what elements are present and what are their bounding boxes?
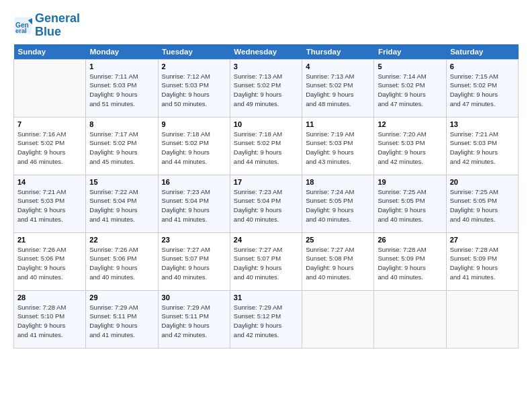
- calendar-cell: 26Sunrise: 7:28 AMSunset: 5:09 PMDayligh…: [374, 232, 446, 290]
- day-number: 19: [378, 178, 442, 186]
- calendar-week-row: 1Sunrise: 7:11 AMSunset: 5:03 PMDaylight…: [14, 59, 519, 117]
- day-info: Sunrise: 7:13 AMSunset: 5:02 PMDaylight:…: [234, 72, 298, 109]
- calendar-cell: 1Sunrise: 7:11 AMSunset: 5:03 PMDaylight…: [86, 59, 158, 117]
- day-number: 8: [89, 120, 154, 128]
- calendar-cell: 19Sunrise: 7:25 AMSunset: 5:05 PMDayligh…: [374, 175, 446, 232]
- page-header: Gen eral General Blue: [13, 12, 519, 39]
- day-info: Sunrise: 7:29 AMSunset: 5:12 PMDaylight:…: [234, 303, 298, 340]
- calendar-cell: 27Sunrise: 7:28 AMSunset: 5:09 PMDayligh…: [446, 232, 518, 290]
- calendar-cell: [446, 290, 518, 348]
- day-info: Sunrise: 7:27 AMSunset: 5:08 PMDaylight:…: [306, 245, 370, 282]
- calendar-week-row: 21Sunrise: 7:26 AMSunset: 5:06 PMDayligh…: [14, 232, 519, 290]
- day-number: 25: [306, 236, 370, 244]
- logo-text: General Blue: [35, 12, 80, 39]
- day-number: 28: [17, 293, 82, 302]
- calendar-cell: 30Sunrise: 7:29 AMSunset: 5:11 PMDayligh…: [158, 290, 230, 348]
- day-info: Sunrise: 7:16 AMSunset: 5:02 PMDaylight:…: [17, 130, 82, 167]
- day-number: 20: [450, 178, 515, 186]
- day-info: Sunrise: 7:26 AMSunset: 5:06 PMDaylight:…: [89, 245, 154, 282]
- calendar-page: Gen eral General Blue SundayMondayTuesda…: [0, 0, 532, 411]
- calendar-cell: 16Sunrise: 7:23 AMSunset: 5:04 PMDayligh…: [158, 175, 230, 232]
- calendar-cell: 12Sunrise: 7:20 AMSunset: 5:03 PMDayligh…: [374, 117, 446, 175]
- day-number: 9: [162, 120, 226, 128]
- day-info: Sunrise: 7:26 AMSunset: 5:06 PMDaylight:…: [17, 245, 82, 282]
- calendar-cell: 18Sunrise: 7:24 AMSunset: 5:05 PMDayligh…: [302, 175, 374, 232]
- calendar-cell: 31Sunrise: 7:29 AMSunset: 5:12 PMDayligh…: [230, 290, 302, 348]
- calendar-cell: 4Sunrise: 7:13 AMSunset: 5:02 PMDaylight…: [302, 59, 374, 117]
- day-info: Sunrise: 7:21 AMSunset: 5:03 PMDaylight:…: [17, 187, 82, 224]
- day-info: Sunrise: 7:27 AMSunset: 5:07 PMDaylight:…: [162, 245, 226, 282]
- calendar-cell: 17Sunrise: 7:23 AMSunset: 5:04 PMDayligh…: [230, 175, 302, 232]
- calendar-cell: 3Sunrise: 7:13 AMSunset: 5:02 PMDaylight…: [230, 59, 302, 117]
- day-number: 5: [378, 62, 442, 71]
- calendar-cell: 25Sunrise: 7:27 AMSunset: 5:08 PMDayligh…: [302, 232, 374, 290]
- day-number: 11: [306, 120, 370, 128]
- day-info: Sunrise: 7:14 AMSunset: 5:02 PMDaylight:…: [378, 72, 442, 109]
- day-info: Sunrise: 7:20 AMSunset: 5:03 PMDaylight:…: [378, 130, 442, 167]
- calendar-cell: 21Sunrise: 7:26 AMSunset: 5:06 PMDayligh…: [14, 232, 86, 290]
- header-sunday: Sunday: [14, 44, 86, 60]
- svg-text:eral: eral: [15, 28, 27, 34]
- day-info: Sunrise: 7:18 AMSunset: 5:02 PMDaylight:…: [234, 130, 298, 167]
- calendar-cell: 15Sunrise: 7:22 AMSunset: 5:04 PMDayligh…: [86, 175, 158, 232]
- day-info: Sunrise: 7:29 AMSunset: 5:11 PMDaylight:…: [89, 303, 154, 340]
- day-number: 26: [378, 236, 442, 244]
- day-info: Sunrise: 7:18 AMSunset: 5:02 PMDaylight:…: [162, 130, 226, 167]
- calendar-week-row: 7Sunrise: 7:16 AMSunset: 5:02 PMDaylight…: [14, 117, 519, 175]
- logo: Gen eral General Blue: [13, 12, 80, 39]
- calendar-week-row: 28Sunrise: 7:28 AMSunset: 5:10 PMDayligh…: [14, 290, 519, 348]
- day-number: 16: [162, 178, 226, 186]
- day-info: Sunrise: 7:28 AMSunset: 5:10 PMDaylight:…: [17, 303, 82, 340]
- header-wednesday: Wednesday: [230, 44, 302, 60]
- day-info: Sunrise: 7:15 AMSunset: 5:02 PMDaylight:…: [450, 72, 515, 109]
- calendar-cell: 22Sunrise: 7:26 AMSunset: 5:06 PMDayligh…: [86, 232, 158, 290]
- day-info: Sunrise: 7:19 AMSunset: 5:03 PMDaylight:…: [306, 130, 370, 167]
- day-number: 24: [234, 236, 298, 244]
- calendar-cell: 9Sunrise: 7:18 AMSunset: 5:02 PMDaylight…: [158, 117, 230, 175]
- day-info: Sunrise: 7:12 AMSunset: 5:03 PMDaylight:…: [162, 72, 226, 109]
- day-info: Sunrise: 7:25 AMSunset: 5:05 PMDaylight:…: [450, 187, 515, 224]
- day-number: 13: [450, 120, 515, 128]
- header-monday: Monday: [86, 44, 158, 60]
- header-saturday: Saturday: [446, 44, 518, 60]
- day-number: 7: [17, 120, 82, 128]
- day-number: 29: [89, 293, 154, 302]
- day-number: 10: [234, 120, 298, 128]
- day-number: 4: [306, 62, 370, 71]
- calendar-cell: [302, 290, 374, 348]
- header-tuesday: Tuesday: [158, 44, 230, 60]
- calendar-cell: [374, 290, 446, 348]
- calendar-cell: 6Sunrise: 7:15 AMSunset: 5:02 PMDaylight…: [446, 59, 518, 117]
- calendar-cell: 8Sunrise: 7:17 AMSunset: 5:02 PMDaylight…: [86, 117, 158, 175]
- day-info: Sunrise: 7:21 AMSunset: 5:03 PMDaylight:…: [450, 130, 515, 167]
- day-info: Sunrise: 7:11 AMSunset: 5:03 PMDaylight:…: [89, 72, 154, 109]
- logo-icon: Gen eral: [13, 16, 32, 35]
- calendar-cell: 13Sunrise: 7:21 AMSunset: 5:03 PMDayligh…: [446, 117, 518, 175]
- header-friday: Friday: [374, 44, 446, 60]
- day-info: Sunrise: 7:23 AMSunset: 5:04 PMDaylight:…: [234, 187, 298, 224]
- calendar-cell: 11Sunrise: 7:19 AMSunset: 5:03 PMDayligh…: [302, 117, 374, 175]
- day-number: 30: [162, 293, 226, 302]
- calendar-header-row: SundayMondayTuesdayWednesdayThursdayFrid…: [14, 44, 519, 60]
- calendar-cell: 2Sunrise: 7:12 AMSunset: 5:03 PMDaylight…: [158, 59, 230, 117]
- calendar-cell: 7Sunrise: 7:16 AMSunset: 5:02 PMDaylight…: [14, 117, 86, 175]
- calendar-cell: 14Sunrise: 7:21 AMSunset: 5:03 PMDayligh…: [14, 175, 86, 232]
- day-info: Sunrise: 7:28 AMSunset: 5:09 PMDaylight:…: [378, 245, 442, 282]
- day-number: 12: [378, 120, 442, 128]
- day-number: 17: [234, 178, 298, 186]
- calendar-cell: 23Sunrise: 7:27 AMSunset: 5:07 PMDayligh…: [158, 232, 230, 290]
- day-info: Sunrise: 7:28 AMSunset: 5:09 PMDaylight:…: [450, 245, 515, 282]
- day-number: 31: [234, 293, 298, 302]
- day-info: Sunrise: 7:13 AMSunset: 5:02 PMDaylight:…: [306, 72, 370, 109]
- day-number: 3: [234, 62, 298, 71]
- day-number: 15: [89, 178, 154, 186]
- calendar-cell: 24Sunrise: 7:27 AMSunset: 5:07 PMDayligh…: [230, 232, 302, 290]
- day-info: Sunrise: 7:25 AMSunset: 5:05 PMDaylight:…: [378, 187, 442, 224]
- day-number: 23: [162, 236, 226, 244]
- calendar-week-row: 14Sunrise: 7:21 AMSunset: 5:03 PMDayligh…: [14, 175, 519, 232]
- day-number: 21: [17, 236, 82, 244]
- calendar-cell: 20Sunrise: 7:25 AMSunset: 5:05 PMDayligh…: [446, 175, 518, 232]
- header-thursday: Thursday: [302, 44, 374, 60]
- day-number: 1: [89, 62, 154, 71]
- day-info: Sunrise: 7:23 AMSunset: 5:04 PMDaylight:…: [162, 187, 226, 224]
